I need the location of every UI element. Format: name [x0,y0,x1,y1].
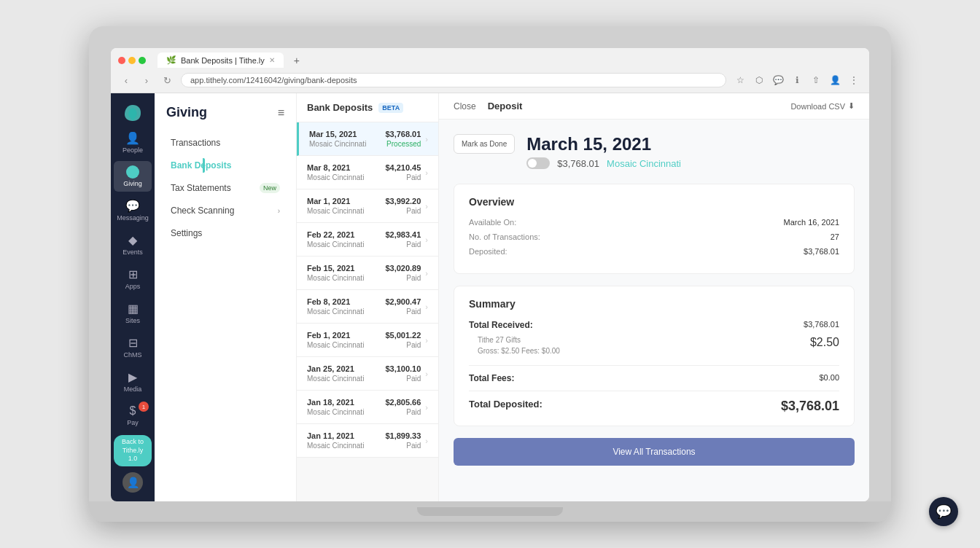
overview-section: Overview Available On: March 16, 2021 No… [454,184,855,274]
sidebar-item-tax-statements[interactable]: Tax Statements New [159,177,292,199]
bookmark-icon[interactable]: ☆ [732,72,748,88]
deposit-item[interactable]: Feb 15, 2021 Mosaic Cincinnati $3,020.89… [297,257,438,290]
maximize-window-button[interactable] [139,57,146,64]
url-text: app.tithely.com/12416042/giving/bank-dep… [190,76,357,85]
sidebar-item-pay[interactable]: 1 $ Pay [114,400,152,431]
detail-body: Mark as Done March 15, 2021 $3,768.01 Mo… [439,120,869,501]
deposit-item[interactable]: Jan 11, 2021 Mosaic Cincinnati $1,899.33… [297,424,438,458]
deposit-date: Feb 22, 2021 [307,230,385,239]
deposit-item-left: Mar 1, 2021 Mosaic Cincinnati [307,197,385,215]
deposit-item[interactable]: Mar 15, 2021 Mosaic Cincinnati $3,768.01… [297,122,438,156]
pay-badge: 1 [139,402,149,412]
extension-icon-3[interactable]: ℹ [789,72,805,88]
back-button[interactable]: ‹ [118,72,134,88]
sidebar-item-media[interactable]: ▶ Media [114,366,152,397]
deposit-item[interactable]: Feb 8, 2021 Mosaic Cincinnati $2,900.47 … [297,290,438,324]
extension-icon-1[interactable]: ⬡ [751,72,767,88]
view-all-transactions-button[interactable]: View All Transactions [454,438,855,466]
sidebar-item-giving-label: Giving [123,180,142,187]
processed-toggle[interactable] [526,157,550,169]
chms-icon: ⊟ [128,336,138,350]
deposit-main-date: March 15, 2021 [526,134,855,154]
transactions-label: No. of Transactions: [469,232,540,241]
browser-navigation: ‹ › ↻ [118,72,175,88]
deposit-item[interactable]: Mar 1, 2021 Mosaic Cincinnati $3,992.20 … [297,189,438,223]
tithe-sub-label: Tithe 27 Gifts [469,336,560,344]
deposit-item-left: Feb 15, 2021 Mosaic Cincinnati [307,264,385,282]
giving-sidebar-header: Giving ≡ [155,105,296,120]
deposit-item-right: $2,805.66 Paid [385,398,421,416]
new-tab-button[interactable]: + [289,53,304,68]
deposit-date: Feb 1, 2021 [307,331,385,340]
deposit-status: Paid [385,308,421,316]
chat-bubble-button[interactable]: 💬 [929,497,958,526]
transactions-value: 27 [831,232,839,241]
deposit-amount: $1,899.33 [385,431,421,440]
deposit-item-left: Mar 15, 2021 Mosaic Cincinnati [309,130,385,148]
deposit-org: Mosaic Cincinnati [307,274,385,282]
back-to-tithely-button[interactable]: Back to Tithe.ly 1.0 [114,435,152,466]
deposit-org: Mosaic Cincinnati [307,207,385,215]
tithe-sub-row: Tithe 27 Gifts Gross: $2.50 Fees: $0.00 … [469,336,839,358]
sidebar-item-bank-deposits[interactable]: Bank Deposits [159,154,292,176]
sidebar-item-apps[interactable]: ⊞ Apps [114,263,152,294]
sidebar-item-chms[interactable]: ⊟ ChMS [114,332,152,363]
overview-available-on-row: Available On: March 16, 2021 [469,218,839,227]
deposit-item-right: $2,983.41 Paid [385,230,421,248]
deposit-date: Feb 15, 2021 [307,264,385,273]
browser-tab[interactable]: 🌿 Bank Deposits | Tithe.ly ✕ [158,52,284,68]
extension-icon-2[interactable]: 💬 [770,72,786,88]
deposit-item[interactable]: Feb 22, 2021 Mosaic Cincinnati $2,983.41… [297,223,438,257]
sidebar-item-people[interactable]: 👤 People [114,127,152,158]
giving-icon [126,165,139,179]
sidebar-item-apps-label: Apps [125,283,141,290]
sidebar-item-giving[interactable]: Giving [114,161,152,192]
deposits-panel-header: Bank Deposits BETA [297,93,438,122]
deposit-item[interactable]: Jan 18, 2021 Mosaic Cincinnati $2,805.66… [297,391,438,424]
deposit-item-chevron-icon: › [425,235,428,244]
minimize-window-button[interactable] [128,57,136,64]
deposit-date: Jan 18, 2021 [307,398,385,407]
summary-title: Summary [469,298,839,310]
deposit-org: Mosaic Cincinnati [307,408,385,416]
sidebar-item-media-label: Media [124,385,142,393]
sidebar-item-sites[interactable]: ▦ Sites [114,297,152,329]
summary-divider [469,365,839,366]
sidebar-item-settings[interactable]: Settings [159,222,292,244]
detail-panel-title: Deposit [488,101,523,111]
close-window-button[interactable] [118,57,125,64]
total-fees-value: $0.00 [819,373,839,383]
user-profile-icon[interactable]: 👤 [827,72,843,88]
sidebar-item-check-scanning[interactable]: Check Scanning › [159,200,292,222]
tab-close-button[interactable]: ✕ [269,56,275,64]
deposit-item[interactable]: Feb 1, 2021 Mosaic Cincinnati $5,001.22 … [297,324,438,357]
deposit-item-left: Mar 8, 2021 Mosaic Cincinnati [307,163,385,181]
sidebar-item-transactions[interactable]: Transactions [159,132,292,154]
hamburger-icon[interactable]: ≡ [278,106,284,120]
address-bar[interactable]: app.tithely.com/12416042/giving/bank-dep… [181,73,726,87]
forward-button[interactable]: › [139,72,155,88]
bank-deposits-label: Bank Deposits [171,160,231,171]
deposit-meta-amount: $3,768.01 [557,158,599,169]
overview-transactions-row: No. of Transactions: 27 [469,232,839,241]
download-csv-button[interactable]: Download CSV ⬇ [790,101,855,111]
menu-icon[interactable]: ⋮ [846,72,862,88]
deposit-date: Mar 15, 2021 [309,130,385,138]
sidebar-item-messaging[interactable]: 💬 Messaging [114,195,152,226]
deposit-item-chevron-icon: › [425,202,428,211]
sidebar-item-events[interactable]: ◆ Events [114,229,152,260]
refresh-button[interactable]: ↻ [159,72,175,88]
download-csv-label: Download CSV [790,102,845,111]
sites-icon: ▦ [128,302,139,316]
user-avatar[interactable]: 👤 [122,472,143,493]
deposit-item[interactable]: Jan 25, 2021 Mosaic Cincinnati $3,100.10… [297,357,438,391]
deposit-item[interactable]: Mar 8, 2021 Mosaic Cincinnati $4,210.45 … [297,156,438,189]
total-received-row: Total Received: $3,768.01 [469,320,839,330]
summary-section: Summary Total Received: $3,768.01 Tithe … [454,286,855,426]
deposit-status: Paid [385,442,421,450]
deposit-item-chevron-icon: › [425,269,428,278]
mark-as-done-button[interactable]: Mark as Done [454,134,515,154]
close-link[interactable]: Close [454,101,476,111]
extension-icon-4[interactable]: ⇧ [808,72,824,88]
deposit-org: Mosaic Cincinnati [309,140,385,148]
